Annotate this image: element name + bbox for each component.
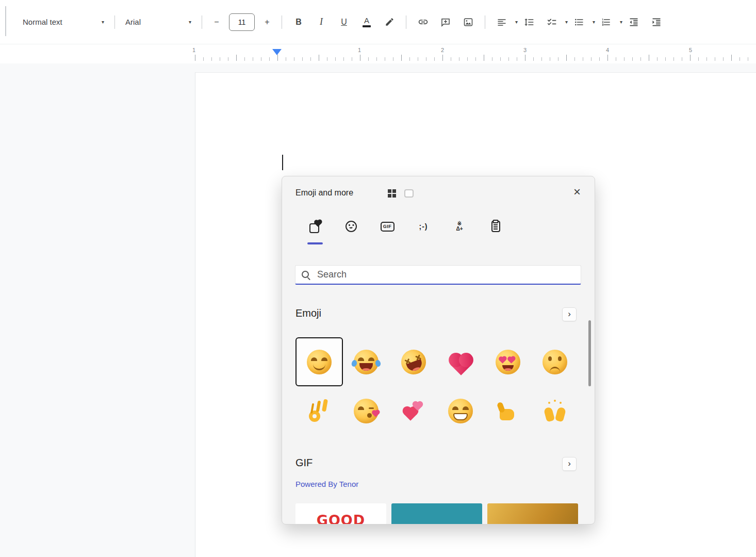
gif-good-text: GOOD (317, 512, 365, 525)
emoji-smiling-face-with-heart-eyes[interactable] (484, 337, 532, 386)
tab-gif[interactable]: GIF (377, 216, 398, 237)
increase-indent-button[interactable] (645, 12, 668, 32)
toolbar-divider (282, 15, 282, 29)
search-box[interactable] (295, 265, 581, 285)
tab-recent[interactable] (305, 216, 325, 237)
numbered-list-button[interactable] (595, 12, 618, 32)
emoji-red-heart[interactable] (437, 337, 485, 386)
emoji-grid (295, 337, 579, 435)
gif-thumbnail-good[interactable]: GOOD (295, 503, 386, 525)
align-left-icon (497, 17, 507, 27)
comment-plus-icon (440, 17, 451, 27)
tenor-attribution-link[interactable]: Powered By Tenor (295, 480, 358, 488)
panel-close-button[interactable]: × (567, 182, 587, 202)
font-size-input[interactable]: 11 (229, 13, 255, 31)
gif-thumbnail-2[interactable] (391, 503, 482, 525)
recent-favorites-icon (309, 220, 321, 233)
indent-marker[interactable] (272, 49, 282, 55)
text-color-button[interactable]: A (355, 12, 378, 32)
bold-button[interactable]: B (287, 12, 310, 32)
checklist-icon (547, 17, 557, 27)
tab-emoji[interactable] (341, 216, 361, 237)
panel-tabs: GIF ;-) ※ Δ+ (305, 216, 506, 237)
add-comment-button[interactable] (434, 12, 457, 32)
increase-font-size-button[interactable]: + (258, 12, 276, 32)
paragraph-style-dropdown[interactable]: Normal text ▾ (18, 12, 109, 32)
kaomoji-icon: ;-) (419, 222, 428, 231)
ruler-number: 5 (689, 47, 692, 53)
toolbar-edge-divider (5, 6, 6, 36)
decrease-indent-button[interactable] (622, 12, 645, 32)
ruler-number: 2 (441, 47, 444, 53)
toolbar-divider (114, 15, 115, 29)
search-input[interactable] (316, 269, 574, 281)
emoji-see-more-button[interactable]: › (562, 307, 577, 321)
gif-see-more-button[interactable]: › (562, 457, 577, 471)
tab-kaomoji[interactable]: ;-) (413, 216, 434, 237)
ruler-major-ticks (195, 55, 756, 61)
emoji-beaming-face-with-smiling-eyes[interactable] (437, 386, 485, 435)
active-tab-indicator (307, 242, 323, 244)
highlight-color-button[interactable] (378, 12, 401, 32)
indent-increase-icon (651, 17, 662, 27)
highlighter-pen-icon (385, 17, 395, 27)
gif-section-title: GIF (295, 457, 313, 469)
emoji-rolling-on-the-floor-laughing[interactable] (390, 337, 437, 386)
app-window: Normal text ▾ Arial ▾ − 11 + B I U A (0, 0, 756, 557)
ruler-number: 3 (523, 47, 527, 53)
gif-thumbnail-3[interactable] (487, 503, 578, 525)
gif-results-row: GOOD (295, 503, 578, 525)
toolbar-divider (202, 15, 202, 29)
text-color-letter: A (364, 17, 369, 24)
italic-button[interactable]: I (310, 12, 333, 32)
insert-image-button[interactable] (457, 12, 480, 32)
search-icon (302, 271, 310, 279)
panel-scrollbar[interactable] (588, 320, 591, 386)
ruler-number: 1 (358, 47, 361, 53)
underline-button[interactable]: U (333, 12, 355, 32)
tab-symbols[interactable]: ※ Δ+ (449, 216, 470, 237)
chevron-down-icon: ▾ (102, 20, 104, 25)
panel-dock-grid-icon[interactable] (388, 189, 396, 198)
image-icon (463, 17, 473, 27)
emoji-smiling-face-with-smiling-eyes[interactable] (295, 337, 343, 386)
toolbar-divider (406, 15, 406, 29)
paragraph-style-value: Normal text (23, 18, 62, 26)
emoji-thumbs-up[interactable] (484, 386, 532, 435)
align-button[interactable] (490, 12, 513, 32)
bulleted-list-button[interactable] (568, 12, 590, 32)
line-spacing-button[interactable] (518, 12, 540, 32)
indent-decrease-icon (629, 17, 639, 27)
ruler-number: 4 (606, 47, 609, 53)
emoji-panel: Emoji and more × GIF ;-) ※ Δ+ (282, 176, 595, 525)
decrease-font-size-button[interactable]: − (207, 12, 226, 32)
link-icon (418, 17, 429, 27)
chevron-down-icon: ▾ (189, 20, 191, 25)
line-spacing-icon (524, 17, 534, 27)
bulleted-list-icon (574, 17, 584, 27)
emoji-ok-hand[interactable] (295, 386, 343, 435)
emoji-two-hearts[interactable] (390, 386, 437, 435)
tab-clipboard[interactable] (485, 216, 506, 237)
checklist-button[interactable] (540, 12, 563, 32)
ruler-number: 1 (192, 47, 195, 53)
toolbar: Normal text ▾ Arial ▾ − 11 + B I U A (0, 0, 756, 44)
emoji-face-blowing-a-kiss[interactable] (343, 386, 390, 435)
emoji-face-with-tears-of-joy[interactable] (343, 337, 390, 386)
gif-icon: GIF (381, 222, 395, 232)
emoji-sad-face[interactable] (532, 337, 579, 386)
text-cursor (282, 155, 283, 170)
ruler[interactable]: 112345 (0, 44, 756, 63)
clipboard-icon (491, 221, 500, 232)
font-dropdown[interactable]: Arial ▾ (120, 12, 196, 32)
text-color-swatch (363, 25, 371, 27)
smiley-icon (346, 221, 357, 232)
numbered-list-icon (601, 17, 612, 27)
symbols-icon: ※ Δ+ (456, 221, 463, 232)
emoji-raising-hands[interactable] (532, 386, 579, 435)
emoji-section-title: Emoji (295, 307, 321, 319)
font-value: Arial (125, 18, 141, 26)
panel-dock-window-icon[interactable] (404, 189, 414, 198)
toolbar-divider (485, 15, 485, 29)
insert-link-button[interactable] (412, 12, 434, 32)
